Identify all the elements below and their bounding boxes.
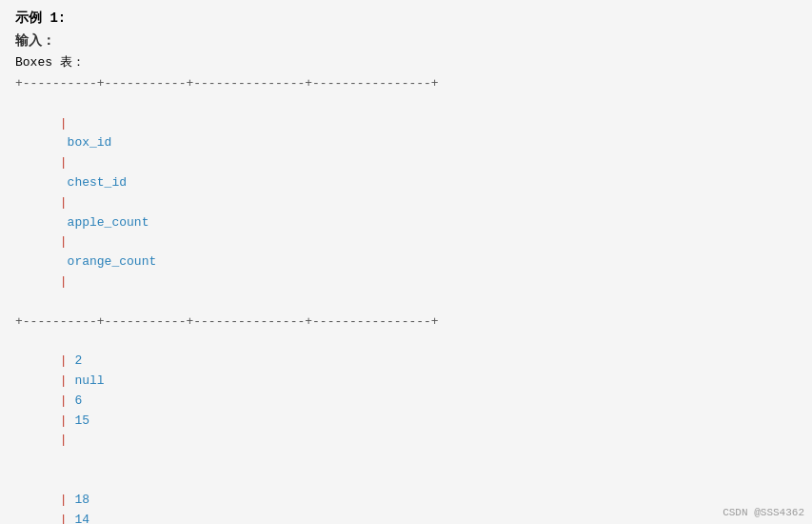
example-title: 示例 1: bbox=[15, 10, 797, 27]
boxes-table: +----------+-----------+---------------+… bbox=[15, 74, 797, 524]
boxes-label: Boxes 表： bbox=[15, 53, 797, 71]
boxes-header-row: | box_id | chest_id | apple_count | oran… bbox=[15, 94, 797, 312]
boxes-mid-border: +----------+-----------+---------------+… bbox=[15, 312, 797, 333]
input-label: 输入： bbox=[15, 32, 797, 50]
table-row: | 18 | 14 | 4 | 15 | bbox=[15, 471, 797, 524]
table-row: | 2 | null | 6 | 15 | bbox=[15, 332, 797, 471]
watermark: CSDN @SSS4362 bbox=[723, 507, 804, 518]
boxes-top-border: +----------+-----------+---------------+… bbox=[15, 74, 797, 94]
